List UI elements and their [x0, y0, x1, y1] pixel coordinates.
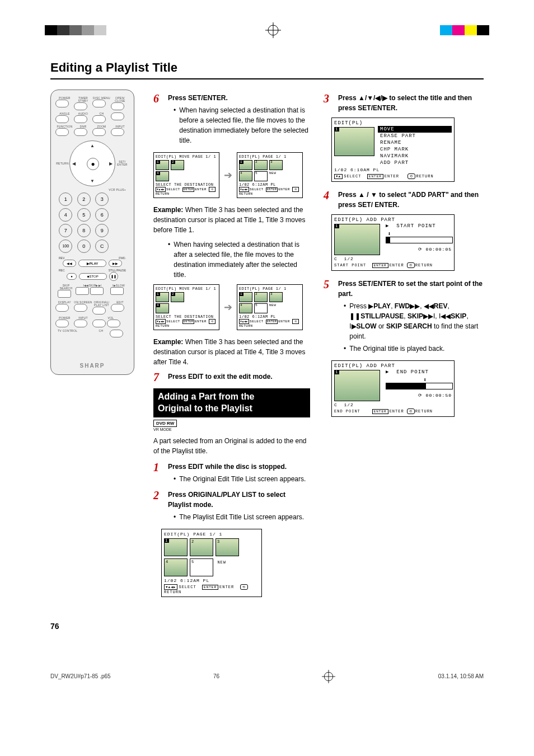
arrow-right-icon: ➔ — [224, 301, 232, 313]
vr-mode-label: VR MODE — [153, 428, 310, 431]
osd-add-part-end: EDIT(PL) ADD PART 1 C 1/2 ▶ END POINT ⬇ … — [331, 360, 455, 417]
osd-playlist-grid: EDIT(PL) PAGE 1/ 1 1 2 3 4 5NEW 1/02 6:1… — [161, 529, 262, 597]
section-header: Adding a Part from theOriginal to the Pl… — [153, 388, 310, 417]
bullet-after-destination: •When having selected a destination that… — [168, 240, 310, 280]
example-2: Example: When Title 3 has been selected … — [153, 337, 310, 367]
step-4: 4 Press ▲ / ▼ to select "ADD PART" and t… — [324, 190, 484, 210]
page-title: Editing a Playlist Title — [50, 60, 484, 75]
osd-move-select: EDIT(PL) MOVE PAGE 1/ 1 1 2 4 SELECT THE… — [153, 152, 219, 198]
step-3: 3 Press ▲/▼/◀/▶ to select the title and … — [324, 93, 484, 113]
footer-page: 76 — [213, 673, 219, 679]
arrow-right-icon: ➔ — [224, 169, 232, 181]
step-5: 5 Press SET/ENTER to set the start point… — [324, 279, 484, 356]
remote-control-diagram: POWER TIMER STNBY DISC MENU OPEN/ CLOSE … — [50, 90, 134, 375]
example-1: Example: When Title 3 has been selected … — [153, 205, 310, 235]
cmyk-bars — [440, 25, 489, 35]
osd-move-before-after-2: EDIT(PL) MOVE PAGE 1/ 1 1 2 4 SELECT THE… — [153, 284, 310, 330]
footer-date: 03.1.14, 10:58 AM — [438, 673, 484, 679]
step-1: 1 Press EDIT while the disc is stopped. … — [153, 462, 310, 486]
step-7: 7 Press EDIT to exit the edit mode. — [153, 372, 310, 383]
registration-mark-icon — [322, 670, 335, 683]
section-intro: A part selected from an Original is adde… — [153, 436, 310, 456]
grayscale-bars — [45, 25, 106, 35]
footer-filename: DV_RW2U#p71-85 .p65 — [50, 673, 111, 679]
dvd-rw-badge: DVD RW — [153, 420, 177, 427]
footer: DV_RW2U#p71-85 .p65 76 03.1.14, 10:58 AM — [0, 653, 534, 700]
step-6: 6 Press SET/ENTER. •When having selected… — [153, 93, 310, 148]
osd-edit-menu: EDIT(PL) 1 MOVE ERASE PART RENAME CHP MA… — [331, 118, 455, 182]
osd-add-part-start: EDIT(PL) ADD PART 1 C 1/2 ▶ START POINT … — [331, 214, 455, 271]
osd-move-before-after: EDIT(PL) MOVE PAGE 1/ 1 1 2 4 SELECT THE… — [153, 152, 310, 198]
osd-after-1: EDIT(PL) PAGE 1/ 1 1 2 3 4 5 NEW 1/02 6:… — [237, 152, 303, 198]
title-rule — [50, 78, 484, 79]
dpad-icon: ▲▼ ◀▶ ● — [69, 140, 115, 186]
print-registration-top — [0, 0, 534, 49]
registration-mark-icon — [265, 22, 281, 38]
page-number: 76 — [50, 622, 484, 631]
step-2: 2 Press ORIGINAL/PLAY LIST to select Pla… — [153, 490, 310, 524]
brand-logo: SHARP — [51, 363, 134, 369]
